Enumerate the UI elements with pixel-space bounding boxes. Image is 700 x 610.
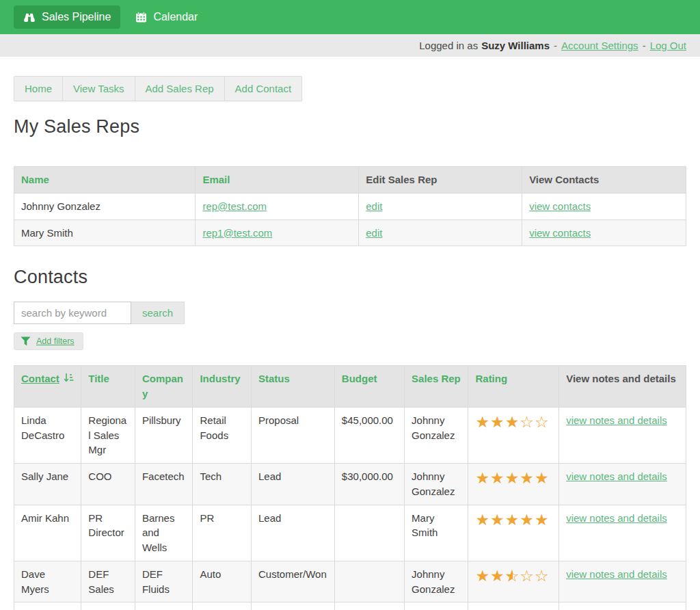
contact-budget: $30,000.00 [334,464,404,505]
view-contacts-link[interactable]: view contacts [529,227,591,239]
tab-calendar[interactable]: Calendar [126,5,207,29]
contact-status: Lead [251,464,334,505]
contact-status: Lead [251,505,334,561]
contact-company: Pillsbury [135,407,193,463]
contact-title: COO [81,464,135,505]
edit-rep-link[interactable]: edit [366,200,382,212]
page-nav-button-group: Home View Tasks Add Sales Rep Add Contac… [14,76,302,101]
contact-company: DEF Fluids [135,561,193,602]
logged-in-username: Suzy Williams [481,40,550,51]
rep-email-link[interactable]: rep@test.com [202,200,267,212]
contact-name: Linda DeCastro [14,407,81,463]
contact-name: Dave Myers [14,561,81,602]
table-row: Sally Jane COO Facetech Tech Lead $30,00… [14,464,686,505]
contact-title: Supply Chain Manager [81,602,135,610]
table-header-row: Contact [14,366,686,408]
rating-stars: ★★★☆☆☆ [475,567,549,585]
view-tasks-button[interactable]: View Tasks [63,77,135,101]
search-row: search [14,302,686,324]
contact-industry: Auto [193,561,252,602]
table-row: Dave Myers DEF Sales DEF Fluids Auto Cus… [14,561,686,602]
table-row: Amir Kahn PR Director Barnes and Wells P… [14,505,686,561]
contact-industry: Apparel [193,602,252,610]
contact-industry: Tech [193,464,252,505]
table-row: Mary Smith rep1@test.com edit view conta… [14,220,686,246]
add-sales-rep-button[interactable]: Add Sales Rep [135,77,225,101]
tab-sales-pipeline[interactable]: Sales Pipeline [14,5,120,29]
col-header-industry: Industry [193,366,252,408]
tab-label: Sales Pipeline [42,11,111,23]
contact-title: Regional Sales Mgr [81,407,135,463]
table-header-row: Name Email Edit Sales Rep View Contacts [14,167,686,194]
contact-budget: $40,000.00 [334,602,404,610]
contact-name: Amir Kahn [14,505,81,561]
contact-industry: Retail Foods [193,407,252,463]
contact-sales-rep: Johnny Gonzalez [405,407,468,463]
col-header-company: Company [135,366,193,408]
sales-reps-title: My Sales Reps [14,116,686,137]
log-out-link[interactable]: Log Out [650,40,686,51]
separator: - [554,40,557,51]
contact-budget [334,561,404,602]
contact-status: Proposal [251,602,334,610]
contact-title: DEF Sales [81,561,135,602]
contact-sales-rep: Johnny Gonzalez [405,464,468,505]
account-settings-link[interactable]: Account Settings [561,40,638,51]
contact-status: Customer/Won [251,561,334,602]
rep-name: Johnny Gonzalez [14,193,196,220]
home-button[interactable]: Home [14,77,63,101]
calendar-icon [135,12,147,23]
sales-reps-table: Name Email Edit Sales Rep View Contacts … [14,166,686,246]
add-filters-button[interactable]: Add filters [14,332,83,350]
col-header-status: Status [251,366,334,408]
col-header-budget: Budget [334,366,404,408]
contact-status: Proposal [251,407,334,463]
add-contact-button[interactable]: Add Contact [225,77,302,101]
contact-industry: PR [193,505,252,561]
view-notes-link[interactable]: view notes and details [566,414,667,426]
contacts-table: Contact [14,365,686,610]
view-contacts-link[interactable]: view contacts [529,200,591,212]
contact-budget: $45,000.00 [334,407,404,463]
contact-company: Facetech [135,464,193,505]
separator: - [643,40,646,51]
rep-email-link[interactable]: rep1@test.com [202,227,272,239]
top-navbar: Sales Pipeline Calendar [0,0,700,34]
view-notes-link[interactable]: view notes and details [566,568,667,580]
contact-title: PR Director [81,505,135,561]
contact-budget [334,505,404,561]
edit-rep-link[interactable]: edit [366,227,382,239]
col-header-view-contacts: View Contacts [522,167,686,194]
col-header-edit: Edit Sales Rep [359,167,522,194]
binoculars-icon [23,12,36,23]
contact-company: Levis [135,602,193,610]
contact-sales-rep: Johnny Gonzalez [405,602,468,610]
table-row: Linda DeCastro Regional Sales Mgr Pillsb… [14,407,686,463]
table-row: Tim Smith Supply Chain Manager Levis App… [14,602,686,610]
contact-company: Barnes and Wells [135,505,193,561]
rating-stars: ★★★★★ [475,511,549,529]
logged-in-text: Logged in as [419,40,478,51]
col-header-title: Title [81,366,135,408]
col-header-name: Name [14,167,196,194]
view-notes-link[interactable]: view notes and details [566,470,667,482]
col-header-sales-rep: Sales Rep [405,366,468,408]
search-input[interactable] [14,302,131,324]
sort-by-contact-link[interactable]: Contact [21,371,74,386]
contact-sales-rep: Johnny Gonzalez [405,561,468,602]
col-header-rating: Rating [468,366,559,408]
col-header-view-notes: View notes and details [559,366,686,408]
contact-name: Sally Jane [14,464,81,505]
contact-sales-rep: Mary Smith [405,505,468,561]
tab-label: Calendar [153,11,198,23]
rating-stars: ★★★☆☆ [475,413,549,431]
col-header-email: Email [196,167,359,194]
search-button[interactable]: search [131,302,185,324]
view-notes-link[interactable]: view notes and details [566,512,667,524]
sort-ascending-icon [64,371,74,386]
funnel-icon [21,336,31,346]
logged-in-bar: Logged in as Suzy Williams - Account Set… [0,34,700,57]
contacts-title: Contacts [14,267,686,288]
rep-name: Mary Smith [14,220,196,246]
add-filters-label: Add filters [36,336,75,346]
